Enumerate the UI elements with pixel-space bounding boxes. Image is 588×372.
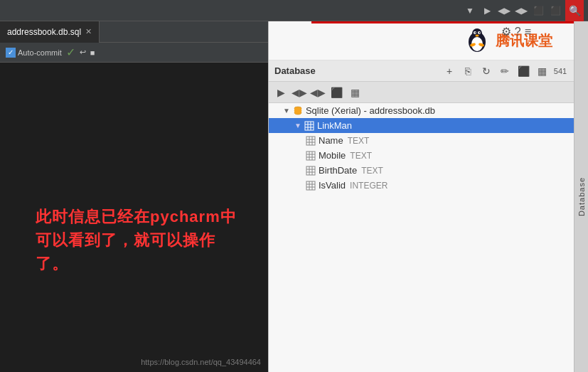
menu-icon[interactable]: ≡ <box>525 26 531 38</box>
db-header: Database + ⎘ ↻ ✏ ⬛ ▦ 541 <box>269 60 574 82</box>
undo-button[interactable]: ↩ <box>80 48 86 57</box>
column-name-type: TEXT <box>348 136 370 146</box>
tab-file-label: addressbook.db.sql <box>7 27 81 37</box>
annotation-line2: 可以看到了，就可以操作 <box>36 228 237 252</box>
db-grid-button[interactable]: ▦ <box>347 85 363 100</box>
db-add-button[interactable]: + <box>442 63 457 79</box>
tencent-toolbar-icons: ⚙ ? ≡ <box>501 25 531 38</box>
tab-file[interactable]: addressbook.db.sql ✕ <box>0 21 100 43</box>
autocommit-check2: ✓ <box>66 46 75 59</box>
tencent-penguin-icon <box>463 26 491 55</box>
column-mobile-label: Mobile <box>319 150 346 161</box>
column-isvalid-label: IsValid <box>319 180 346 191</box>
red-underline <box>311 21 574 23</box>
db-panel: 腾讯课堂 ⚙ ? ≡ Database + ⎘ ↻ ✏ ⬛ ▦ 541 ▶ <box>268 21 574 372</box>
debug-icon[interactable]: ◀▶ <box>497 4 511 18</box>
profile-icon[interactable]: ◀▶ <box>514 4 528 18</box>
column-birthdate-type: TEXT <box>361 166 383 176</box>
db-column-mobile[interactable]: Mobile TEXT <box>269 148 574 163</box>
undo-icon: ↩ <box>80 48 86 57</box>
top-bar: ▼ ▶ ◀▶ ◀▶ ⬛ ⬛ 🔍 <box>0 0 588 21</box>
db-column-name[interactable]: Name TEXT <box>269 133 574 148</box>
db-side-tab-label: Database <box>577 177 586 216</box>
stop-button[interactable]: ■ <box>90 48 95 57</box>
stop-exec-icon: ■ <box>90 48 95 57</box>
column-name-label: Name <box>319 135 343 146</box>
linkman-label: LinkMan <box>317 120 352 131</box>
db-header-toolbar: + ⎘ ↻ ✏ ⬛ ▦ 541 <box>442 63 568 79</box>
connection-chevron: ▼ <box>283 107 290 115</box>
svg-rect-15 <box>305 122 314 130</box>
svg-rect-25 <box>306 152 315 160</box>
db-connection-label: Sqlite (Xerial) - addressbook.db <box>306 105 435 116</box>
svg-point-7 <box>475 32 476 33</box>
db-column-birthdate[interactable]: BirthDate TEXT <box>269 163 574 178</box>
autocommit-label: Auto-commit <box>18 48 62 57</box>
db-secondary-toolbar: ▶ ◀▶ ◀▶ ⬛ ▦ <box>269 82 574 103</box>
db-edit-button[interactable]: ✏ <box>497 63 513 79</box>
db-stop-button[interactable]: ⬛ <box>515 63 531 79</box>
db-side-tab[interactable]: Database <box>574 21 588 372</box>
editor-panel: addressbook.db.sql ✕ ✓ Auto-commit ✓ ↩ ■… <box>0 21 268 372</box>
autocommit-checkbox[interactable]: ✓ <box>6 48 16 58</box>
gear-icon[interactable]: ⚙ <box>501 25 511 38</box>
stop-icon[interactable]: ⬛ <box>531 4 545 18</box>
db-copy-button[interactable]: ⎘ <box>460 63 476 79</box>
db-num-button[interactable]: 541 <box>552 63 568 79</box>
db-panel-title: Database <box>274 65 316 76</box>
db-tree: ▼ Sqlite (Xerial) - addressbook.db ▼ <box>269 103 574 372</box>
build-icon[interactable]: ⬛ <box>548 4 562 18</box>
db-refresh-button[interactable]: ↻ <box>479 63 494 79</box>
db-column-isvalid[interactable]: IsValid INTEGER <box>269 178 574 193</box>
svg-rect-13 <box>294 108 301 110</box>
annotation-overlay: 此时信息已经在pycharm中 可以看到了，就可以操作 了。 <box>36 205 237 275</box>
svg-point-8 <box>479 32 481 33</box>
watermark-url: https://blog.csdn.net/qq_43494464 <box>141 358 261 366</box>
db-debug2-button[interactable]: ◀▶ <box>310 85 326 100</box>
svg-rect-30 <box>306 166 315 175</box>
search-icon[interactable]: 🔍 <box>565 0 584 21</box>
svg-point-9 <box>476 35 479 37</box>
column-icon-name <box>306 136 316 146</box>
column-isvalid-type: INTEGER <box>350 181 387 191</box>
svg-rect-35 <box>306 181 315 190</box>
db-stop2-button[interactable]: ⬛ <box>328 85 344 100</box>
column-icon-isvalid <box>306 181 316 191</box>
editor-toolbar: ✓ Auto-commit ✓ ↩ ■ <box>0 43 268 63</box>
tencent-logo-bar: 腾讯课堂 ⚙ ? ≡ <box>269 21 574 60</box>
run-icon[interactable]: ▶ <box>480 4 494 18</box>
svg-point-3 <box>472 28 482 38</box>
db-debug1-button[interactable]: ◀▶ <box>292 85 307 100</box>
dropdown-icon[interactable]: ▼ <box>463 4 477 18</box>
column-birthdate-label: BirthDate <box>319 165 357 176</box>
top-bar-icons: ▼ ▶ ◀▶ ◀▶ ⬛ ⬛ 🔍 <box>463 0 584 21</box>
tab-close-icon[interactable]: ✕ <box>85 27 92 36</box>
annotation-line1: 此时信息已经在pycharm中 <box>36 205 237 228</box>
column-icon-mobile <box>306 151 316 161</box>
db-connection-item[interactable]: ▼ Sqlite (Xerial) - addressbook.db <box>269 103 574 118</box>
connection-db-icon <box>293 106 303 116</box>
annotation-line3: 了。 <box>36 252 237 275</box>
tab-bar: addressbook.db.sql ✕ <box>0 21 268 43</box>
editor-content: 此时信息已经在pycharm中 可以看到了，就可以操作 了。 https://b… <box>0 63 268 372</box>
linkman-chevron: ▼ <box>294 122 301 129</box>
db-run-button[interactable]: ▶ <box>273 85 289 100</box>
column-icon-birthdate <box>306 166 316 176</box>
svg-rect-14 <box>294 110 301 112</box>
autocommit-toggle[interactable]: ✓ Auto-commit <box>6 48 62 58</box>
main-area: addressbook.db.sql ✕ ✓ Auto-commit ✓ ↩ ■… <box>0 21 588 372</box>
svg-rect-20 <box>306 137 315 145</box>
column-mobile-type: TEXT <box>350 151 372 161</box>
help-icon[interactable]: ? <box>515 26 521 38</box>
db-table-linkman[interactable]: ▼ LinkMan <box>269 118 574 133</box>
table-icon <box>304 121 314 131</box>
db-table-button[interactable]: ▦ <box>534 63 550 79</box>
